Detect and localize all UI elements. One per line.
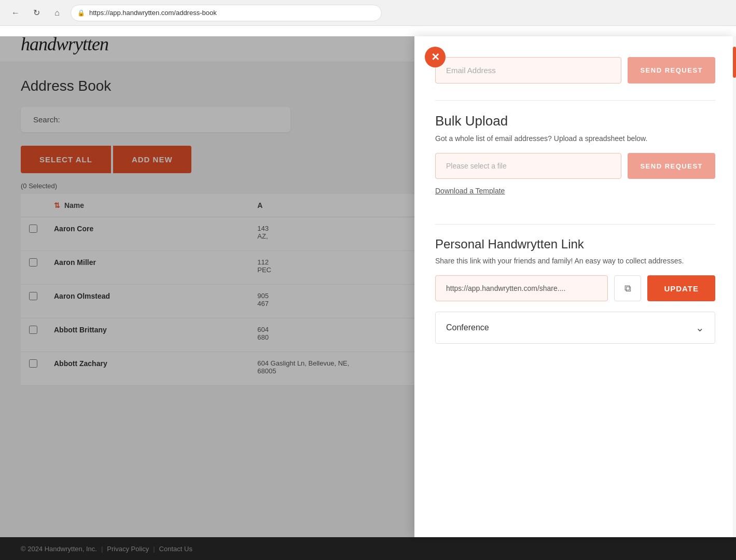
bulk-upload-title: Bulk Upload: [435, 113, 715, 129]
link-value-box: https://app.handwrytten.com/share....: [435, 275, 608, 301]
personal-link-desc: Share this link with your friends and fa…: [435, 257, 715, 265]
chevron-down-icon: ⌄: [696, 321, 704, 334]
lock-icon: 🔒: [77, 9, 85, 17]
personal-link-title: Personal Handwrytten Link: [435, 237, 715, 251]
modal-drawer: ✕ SEND REQUEST Bulk Upload Got a whole l…: [414, 36, 736, 537]
close-button[interactable]: ✕: [425, 47, 446, 67]
conference-label: Conference: [446, 323, 489, 332]
download-template-link[interactable]: Download a Template: [435, 187, 505, 195]
email-input[interactable]: [435, 57, 621, 83]
divider-1: [435, 100, 715, 101]
file-input-box[interactable]: Please select a file: [435, 153, 621, 179]
bulk-upload-section: Bulk Upload Got a whole list of email ad…: [435, 113, 715, 212]
personal-link-section: Personal Handwrytten Link Share this lin…: [435, 237, 715, 344]
home-button[interactable]: ⌂: [50, 6, 64, 20]
browser-bar: ← ↻ ⌂ 🔒 https://app.handwrytten.com/addr…: [0, 0, 736, 26]
refresh-button[interactable]: ↻: [29, 6, 44, 20]
main-content: handwrytten Address Book Search: SELECT …: [0, 26, 736, 537]
scrollbar-thumb[interactable]: [733, 47, 736, 78]
file-row: Please select a file SEND REQUEST: [435, 153, 715, 179]
email-section: SEND REQUEST: [435, 57, 715, 83]
link-value-text: https://app.handwrytten.com/share....: [446, 284, 565, 292]
back-button[interactable]: ←: [8, 6, 23, 20]
url-text: https://app.handwrytten.com/address-book: [89, 9, 217, 17]
conference-dropdown[interactable]: Conference ⌄: [435, 312, 715, 344]
copy-link-button[interactable]: ⧉: [614, 275, 641, 301]
send-request-button-email[interactable]: SEND REQUEST: [628, 57, 715, 83]
address-bar: 🔒 https://app.handwrytten.com/address-bo…: [71, 5, 382, 21]
link-row: https://app.handwrytten.com/share.... ⧉ …: [435, 275, 715, 301]
divider-2: [435, 224, 715, 225]
bulk-upload-desc: Got a whole list of email addresses? Upl…: [435, 134, 715, 143]
scrollbar-track: [733, 36, 736, 537]
update-button[interactable]: UPDATE: [647, 275, 715, 301]
send-request-button-file[interactable]: SEND REQUEST: [628, 153, 715, 179]
